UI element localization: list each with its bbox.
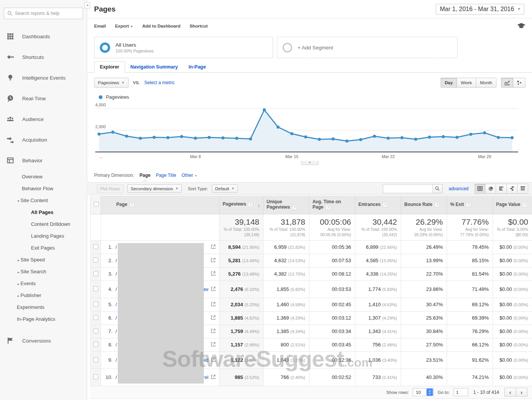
sidebar-item-experiments[interactable]: Experiments <box>0 301 87 313</box>
performance-view-button[interactable] <box>496 184 507 194</box>
external-link-icon[interactable] <box>211 271 216 277</box>
tab-in-page[interactable]: In-Page <box>183 62 211 72</box>
sidebar-item-behavior[interactable]: Behavior <box>0 150 87 171</box>
row-checkbox[interactable] <box>93 374 98 379</box>
help-icon[interactable]: ? <box>466 202 471 207</box>
day-button[interactable]: Day <box>441 78 457 88</box>
page-link[interactable]: / <box>116 315 117 321</box>
column-header-page-value[interactable]: Page Value? <box>493 196 532 214</box>
goto-page-input[interactable] <box>454 388 468 396</box>
row-checkbox[interactable] <box>93 244 98 249</box>
row-checkbox[interactable] <box>93 315 98 320</box>
dimension-other[interactable]: Other ▼ <box>182 173 197 178</box>
page-link[interactable]: / <box>116 271 117 277</box>
chart-collapse-tab[interactable]: ▼ <box>301 161 319 165</box>
external-link-icon[interactable] <box>211 286 216 292</box>
add-segment-button[interactable]: + Add Segment <box>277 37 457 58</box>
table-view-button[interactable] <box>475 184 485 194</box>
search-input[interactable] <box>15 11 80 16</box>
row-checkbox[interactable] <box>93 342 98 347</box>
page-link[interactable]: / <box>116 258 117 263</box>
secondary-dimension-button[interactable]: Secondary dimension▼ <box>127 184 182 193</box>
page-link[interactable]: / <box>116 374 117 380</box>
external-link-icon[interactable] <box>211 258 216 264</box>
sidebar-item-conversions[interactable]: Conversions <box>0 330 87 351</box>
page-link[interactable]: / <box>116 244 117 250</box>
help-icon[interactable]: ? <box>129 202 135 207</box>
row-checkbox[interactable] <box>93 302 98 307</box>
pageviews-chart[interactable]: 2,0004,000...Mar 8Mar 15Mar 22Mar 29 <box>92 102 532 161</box>
external-link-icon[interactable] <box>211 357 216 363</box>
tab-navigation-summary[interactable]: Navigation Summary <box>125 62 183 72</box>
dimension-page[interactable]: Page <box>140 173 151 178</box>
sidebar-item-dashboards[interactable]: Dashboards <box>0 26 87 47</box>
sidebar-item-behavior-flow[interactable]: Behavior Flow <box>0 183 87 194</box>
column-header-pageviews[interactable]: Pageviews?↓ <box>220 196 264 214</box>
date-range-picker[interactable]: Mar 1, 2016 - Mar 31, 2016 ▼ <box>436 4 524 15</box>
page-link[interactable]: / <box>116 286 117 292</box>
plot-rows-button[interactable]: Plot Rows <box>97 184 124 193</box>
help-icon[interactable]: ? <box>522 202 527 207</box>
external-link-icon[interactable] <box>211 244 216 250</box>
sidebar-search[interactable] <box>4 8 83 19</box>
add-to-dashboard-button[interactable]: Add to Dashboard <box>142 24 181 28</box>
tab-explorer[interactable]: Explorer <box>94 61 125 73</box>
segment-all-users[interactable]: All Users 100.00% Pageviews <box>94 37 273 58</box>
select-metric-link[interactable]: Select a metric <box>144 80 174 85</box>
row-checkbox[interactable] <box>93 258 98 263</box>
sidebar-item-overview[interactable]: Overview <box>0 171 87 183</box>
column-header-unique-pageviews[interactable]: Unique Pageviews? <box>264 196 309 214</box>
sidebar-item-intelligence-events[interactable]: Intelligence Events <box>0 67 87 88</box>
table-search-input[interactable] <box>383 184 433 193</box>
external-link-icon[interactable] <box>211 374 216 380</box>
next-page-button[interactable]: › <box>516 388 527 397</box>
sidebar-item-all-pages[interactable]: All Pages <box>0 206 87 218</box>
pivot-view-button[interactable] <box>517 184 528 194</box>
sidebar-item-exit-pages[interactable]: Exit Pages <box>0 242 87 254</box>
dimension-page-title[interactable]: Page Title <box>156 173 176 178</box>
row-checkbox[interactable] <box>93 271 98 276</box>
motion-chart-button[interactable] <box>513 78 525 88</box>
page-link[interactable]: / <box>116 328 117 334</box>
row-checkbox[interactable] <box>93 357 98 362</box>
sidebar-item-events[interactable]: ▸Events <box>0 278 87 289</box>
sidebar-item-shortcuts[interactable]: Shortcuts <box>0 47 87 67</box>
column-header-page[interactable]: Page? <box>101 196 220 214</box>
column-header-exit[interactable]: % Exit? <box>447 196 493 214</box>
education-cap-icon[interactable] <box>517 23 525 29</box>
week-button[interactable]: Week <box>457 78 476 88</box>
sidebar-item-real-time[interactable]: Real-Time <box>0 88 87 109</box>
sidebar-item-content-drilldown[interactable]: Content Drilldown <box>0 218 87 230</box>
page-link[interactable]: / <box>116 357 117 363</box>
rows-per-page-select[interactable]: 10 ▲▼ <box>413 388 434 396</box>
column-header-avg-time[interactable]: Avg. Time on Page? <box>309 196 355 214</box>
page-link[interactable]: / <box>116 302 117 307</box>
table-search-button[interactable] <box>433 184 443 193</box>
sidebar-item-publisher[interactable]: ▸Publisher <box>0 289 87 301</box>
column-header-bounce-rate[interactable]: Bounce Rate? <box>401 196 447 214</box>
sidebar-item-site-content[interactable]: ▾Site Content <box>0 194 87 206</box>
external-link-icon[interactable] <box>211 302 216 308</box>
comparison-view-button[interactable] <box>507 184 517 194</box>
external-link-icon[interactable] <box>211 342 216 348</box>
spinner-icon[interactable]: ▲▼ <box>426 389 433 396</box>
export-button[interactable]: Export▼ <box>115 24 133 28</box>
page-link[interactable]: / <box>116 342 117 348</box>
sidebar-item-site-search[interactable]: ▸Site Search <box>0 266 87 278</box>
sidebar-item-site-speed[interactable]: ▸Site Speed <box>0 254 87 266</box>
column-header-entrances[interactable]: Entrances? <box>355 196 401 214</box>
metric-select-button[interactable]: Pageviews▼ <box>94 78 129 88</box>
select-all-checkbox[interactable] <box>94 202 99 207</box>
help-icon[interactable]: ? <box>248 202 253 207</box>
line-chart-svg[interactable]: 2,0004,000...Mar 8Mar 15Mar 22Mar 29 <box>92 102 521 160</box>
sidebar-item-in-page-analytics[interactable]: In-Page Analytics <box>0 313 87 325</box>
row-checkbox[interactable] <box>93 328 98 333</box>
external-link-icon[interactable] <box>211 328 216 335</box>
advanced-filter-link[interactable]: advanced <box>449 186 469 191</box>
help-icon[interactable]: ? <box>382 202 388 207</box>
previous-page-button[interactable]: ‹ <box>504 388 516 397</box>
shortcut-button[interactable]: Shortcut <box>190 24 208 28</box>
help-icon[interactable]: ? <box>434 202 439 207</box>
sidebar-item-acquisition[interactable]: Acquisition <box>0 129 87 150</box>
email-button[interactable]: Email <box>94 24 106 28</box>
